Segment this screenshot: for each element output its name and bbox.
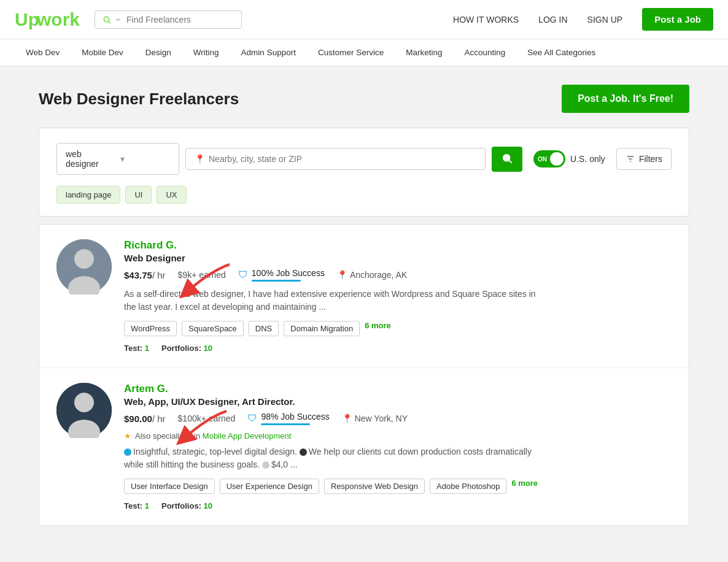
skill-tag[interactable]: WordPress bbox=[124, 321, 177, 336]
category-item[interactable]: Admin Support bbox=[230, 39, 307, 66]
category-item[interactable]: Design bbox=[134, 39, 182, 66]
search-tag[interactable]: UX bbox=[157, 186, 186, 204]
filters-icon bbox=[625, 154, 635, 164]
shield-icon: 🛡 bbox=[247, 413, 257, 424]
rate: $90.00/ hr bbox=[124, 414, 166, 424]
card-body: Artem G. Web, App, UI/UX Designer, Art D… bbox=[124, 383, 672, 510]
category-item[interactable]: Accounting bbox=[454, 39, 517, 66]
skill-select-value: web designer bbox=[66, 149, 115, 169]
portfolio-count-link[interactable]: 10 bbox=[204, 344, 212, 353]
rate-unit: / hr bbox=[152, 414, 166, 424]
freelancer-name[interactable]: Artem G. bbox=[124, 383, 672, 395]
page-title: Web Designer Freelancers bbox=[39, 90, 239, 109]
category-item[interactable]: Mobile Dev bbox=[71, 39, 134, 66]
portfolio-label: Portfolios: 10 bbox=[161, 344, 212, 353]
success-label: 98% Job Success bbox=[261, 412, 329, 422]
more-skills-link[interactable]: 6 more bbox=[365, 321, 391, 336]
specializes-text: Also specializes in Mobile App Developme… bbox=[135, 431, 291, 441]
search-bar[interactable] bbox=[95, 10, 242, 29]
post-job-free-button[interactable]: Post a Job. It's Free! bbox=[562, 85, 689, 113]
location-pin-icon: 📍 bbox=[342, 414, 352, 423]
skills-row: User Interface DesignUser Experience Des… bbox=[124, 479, 672, 494]
skill-tag[interactable]: SquareSpace bbox=[182, 321, 244, 336]
logo-svg: Up work bbox=[15, 9, 82, 31]
svg-point-4 bbox=[503, 155, 510, 161]
rate-unit: / hr bbox=[152, 270, 166, 280]
skill-tag[interactable]: Domain Migration bbox=[284, 321, 360, 336]
portfolio-label: Portfolios: 10 bbox=[161, 501, 212, 510]
search-icon bbox=[103, 15, 111, 25]
search-tag[interactable]: UI bbox=[125, 186, 152, 204]
success-label: 100% Job Success bbox=[252, 268, 325, 278]
main-content: Web Designer Freelancers Post a Job. It'… bbox=[26, 66, 702, 544]
freelancer-title: Web Designer bbox=[124, 253, 672, 263]
test-count-link[interactable]: 1 bbox=[145, 344, 149, 353]
tag-row: landing pageUIUX bbox=[56, 186, 672, 204]
blue-dot-icon bbox=[124, 448, 131, 456]
svg-text:work: work bbox=[36, 9, 80, 29]
svg-point-2 bbox=[104, 17, 109, 21]
us-only-toggle-group: ON U.S. only bbox=[533, 150, 605, 167]
toggle-knob bbox=[550, 152, 563, 166]
svg-text:Up: Up bbox=[15, 9, 39, 29]
search-input[interactable] bbox=[126, 15, 234, 25]
filters-button[interactable]: Filters bbox=[616, 148, 672, 170]
success-bar bbox=[252, 280, 301, 282]
search-tag[interactable]: landing page bbox=[56, 186, 120, 204]
category-item[interactable]: Customer Service bbox=[307, 39, 395, 66]
us-only-label: U.S. only bbox=[570, 154, 605, 164]
job-success: 🛡 98% Job Success bbox=[247, 412, 329, 425]
skill-tag[interactable]: DNS bbox=[249, 321, 279, 336]
search-button[interactable] bbox=[492, 147, 522, 172]
category-nav-list: Web DevMobile DevDesignWritingAdmin Supp… bbox=[15, 39, 606, 66]
portfolio-count-link[interactable]: 10 bbox=[204, 501, 212, 510]
category-item[interactable]: Writing bbox=[182, 39, 230, 66]
dark-dot-icon bbox=[300, 448, 307, 456]
page-header: Web Designer Freelancers Post a Job. It'… bbox=[39, 85, 689, 113]
header-nav: HOW IT WORKS LOG IN SIGN UP Post a Job bbox=[453, 8, 713, 31]
location: 📍 New York, NY bbox=[342, 414, 408, 423]
us-only-toggle[interactable]: ON bbox=[533, 150, 565, 167]
location-pin-icon: 📍 bbox=[337, 270, 347, 280]
description: As a self-directed web designer, I have … bbox=[124, 288, 541, 314]
meta-row: $90.00/ hr $100k+ earned 🛡 98% Job Succe… bbox=[124, 412, 672, 425]
skill-tag[interactable]: User Interface Design bbox=[124, 479, 215, 494]
location: 📍 Anchorage, AK bbox=[337, 270, 407, 280]
more-skills-link[interactable]: 6 more bbox=[511, 479, 538, 494]
svg-point-13 bbox=[74, 393, 94, 412]
post-job-button[interactable]: Post a Job bbox=[642, 8, 713, 31]
log-in-link[interactable]: LOG IN bbox=[538, 15, 567, 25]
location-input-wrapper: 📍 bbox=[185, 148, 486, 170]
skill-select[interactable]: web designer ▾ bbox=[56, 143, 179, 175]
job-success: 🛡 100% Job Success bbox=[238, 268, 325, 282]
meta-row: $43.75/ hr $9k+ earned 🛡 100% Job Succes… bbox=[124, 268, 672, 282]
category-item[interactable]: Web Dev bbox=[15, 39, 71, 66]
search-row: web designer ▾ 📍 ON U.S. only bbox=[56, 143, 672, 175]
search-panel: web designer ▾ 📍 ON U.S. only bbox=[39, 128, 689, 217]
category-item[interactable]: See All Categories bbox=[516, 39, 606, 66]
svg-point-10 bbox=[74, 249, 94, 269]
skill-tag[interactable]: Responsive Web Design bbox=[324, 479, 425, 494]
how-it-works-link[interactable]: HOW IT WORKS bbox=[453, 15, 519, 25]
logo[interactable]: Up work bbox=[15, 9, 82, 31]
search-icon bbox=[501, 153, 513, 164]
category-item[interactable]: Marketing bbox=[395, 39, 453, 66]
header: Up work HOW IT WORKS LOG IN SIGN UP Post… bbox=[0, 0, 728, 39]
svg-line-5 bbox=[509, 160, 511, 163]
sign-up-link[interactable]: SIGN UP bbox=[587, 15, 623, 25]
chevron-down-icon bbox=[115, 16, 122, 23]
location-input[interactable] bbox=[209, 154, 476, 164]
specializes-row: ★ Also specializes in Mobile App Develop… bbox=[124, 431, 672, 441]
freelancer-name[interactable]: Richard G. bbox=[124, 239, 672, 252]
skill-tag[interactable]: User Experience Design bbox=[220, 479, 319, 494]
chevron-down-icon: ▾ bbox=[120, 154, 170, 164]
test-label: Test: 1 bbox=[124, 501, 149, 510]
filters-label: Filters bbox=[639, 154, 662, 164]
specializes-link[interactable]: Mobile App Development bbox=[203, 431, 292, 441]
test-count-link[interactable]: 1 bbox=[145, 501, 149, 510]
freelancer-title: Web, App, UI/UX Designer, Art Director. bbox=[124, 396, 672, 407]
avatar bbox=[56, 239, 112, 294]
shield-icon: 🛡 bbox=[238, 269, 248, 280]
earned: $9k+ earned bbox=[178, 270, 226, 280]
skill-tag[interactable]: Adobe Photoshop bbox=[430, 479, 506, 494]
